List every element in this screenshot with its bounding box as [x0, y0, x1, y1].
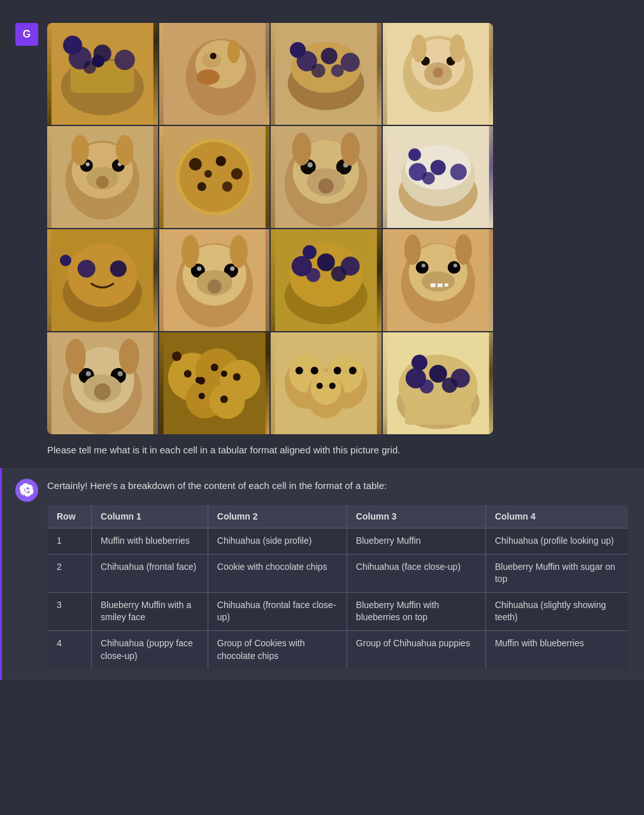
svg-point-18 [321, 48, 338, 64]
header-col2: Column 2 [208, 505, 347, 528]
conversation-container: G [0, 0, 644, 693]
grid-cell-r4c1 [47, 332, 158, 434]
row-number: 4 [48, 630, 92, 669]
row-1-col1: Muffin with blueberries [92, 528, 208, 555]
grid-cell-r3c4 [383, 229, 494, 331]
row-3-col3: Blueberry Muffin with blueberries on top [347, 592, 485, 630]
row-number: 2 [48, 554, 92, 592]
row-1-col3: Blueberry Muffin [347, 528, 485, 555]
avatar-letter: G [23, 29, 31, 40]
svg-point-116 [66, 339, 86, 374]
svg-point-106 [455, 234, 471, 265]
svg-rect-104 [444, 283, 448, 287]
grid-cell-r3c3 [271, 229, 382, 331]
row-2-col4: Blueberry Muffin with sugar on top [485, 554, 628, 592]
svg-point-30 [433, 67, 443, 78]
svg-point-112 [86, 371, 91, 376]
openai-logo-icon [20, 483, 34, 497]
svg-point-80 [197, 267, 201, 271]
row-number: 3 [48, 592, 92, 630]
row-3-col4: Chihuahua (slightly showing teeth) [485, 592, 628, 630]
svg-point-98 [447, 261, 460, 274]
row-4-col4: Muffin with blueberries [485, 630, 628, 669]
image-grid [47, 23, 493, 434]
svg-point-60 [292, 132, 311, 166]
user-content: Please tell me what is it in each cell i… [47, 23, 493, 458]
svg-point-48 [197, 182, 206, 191]
header-row-label: Row [48, 505, 92, 528]
table-row: 2 Chihuahua (frontal face) Cookie with c… [48, 554, 629, 592]
svg-point-46 [215, 156, 225, 166]
row-2-col3: Chihuahua (face close-up) [347, 554, 485, 592]
svg-point-127 [220, 371, 227, 377]
svg-point-29 [449, 34, 464, 62]
svg-point-92 [306, 268, 320, 282]
svg-point-97 [415, 261, 428, 274]
row-1-col4: Chihuahua (profile looking up) [485, 528, 628, 555]
svg-point-49 [222, 181, 232, 192]
svg-point-135 [311, 367, 318, 374]
svg-point-5 [115, 50, 135, 70]
svg-point-139 [349, 367, 357, 374]
grid-cell-r1c4 [383, 23, 494, 125]
svg-point-129 [198, 393, 204, 399]
grid-cell-r2c2 [159, 126, 270, 228]
svg-point-138 [334, 367, 341, 374]
grid-cell-r1c1 [47, 23, 158, 125]
ai-avatar [15, 479, 38, 502]
header-col4: Column 4 [485, 505, 628, 528]
ai-content: Certainly! Here's a breakdown of the con… [47, 479, 629, 670]
svg-point-113 [118, 371, 123, 376]
svg-point-68 [450, 164, 466, 180]
svg-point-4 [94, 45, 111, 62]
user-avatar: G [15, 23, 38, 46]
content-table: Row Column 1 Column 2 Column 3 Column 4 … [47, 504, 629, 669]
svg-point-99 [421, 264, 425, 267]
svg-point-90 [317, 253, 335, 271]
grid-cell-r1c2 [159, 23, 270, 125]
header-row: Row Column 1 Column 2 Column 3 Column 4 [48, 505, 629, 528]
svg-point-21 [331, 64, 344, 77]
svg-point-72 [68, 243, 138, 307]
grid-cell-r4c3 [271, 332, 382, 434]
svg-point-67 [430, 160, 445, 175]
svg-point-93 [331, 266, 347, 281]
svg-point-100 [453, 264, 457, 267]
grid-cell-r2c4 [383, 126, 494, 228]
svg-point-126 [210, 364, 218, 371]
svg-point-11 [210, 53, 216, 59]
svg-point-74 [110, 260, 127, 277]
table-row: 3 Blueberry Muffin with a smiley face Ch… [48, 592, 629, 630]
header-col3: Column 3 [347, 505, 485, 528]
svg-point-81 [230, 267, 234, 271]
svg-point-39 [96, 176, 109, 188]
svg-point-117 [119, 339, 140, 374]
svg-point-124 [183, 370, 191, 378]
svg-rect-103 [437, 283, 442, 287]
table-row: 1 Muffin with blueberries Chihuahua (sid… [48, 528, 629, 555]
row-1-col2: Chihuahua (side profile) [208, 528, 347, 555]
grid-cell-r3c1 [47, 229, 158, 331]
svg-point-101 [421, 271, 454, 292]
svg-point-83 [207, 280, 221, 294]
grid-cell-r2c3 [271, 126, 382, 228]
row-4-col3: Group of Chihuahua puppies [347, 630, 485, 669]
svg-point-105 [404, 234, 420, 265]
svg-point-125 [195, 377, 201, 383]
table-row: 4 Chihuahua (puppy face close-up) Group … [48, 630, 629, 669]
svg-point-6 [83, 61, 96, 74]
svg-point-152 [441, 378, 457, 393]
ai-message: Certainly! Here's a breakdown of the con… [0, 468, 644, 681]
grid-cell-r1c3 [271, 23, 382, 125]
svg-point-69 [422, 172, 434, 185]
table-header: Row Column 1 Column 2 Column 3 Column 4 [48, 505, 629, 528]
svg-point-141 [311, 372, 341, 405]
svg-point-130 [220, 395, 227, 403]
svg-point-151 [419, 379, 433, 393]
ai-intro-text: Certainly! Here's a breakdown of the con… [47, 479, 629, 493]
svg-point-61 [341, 132, 360, 166]
grid-cell-r4c2 [159, 332, 270, 434]
svg-point-84 [181, 235, 199, 268]
row-3-col1: Blueberry Muffin with a smiley face [92, 592, 208, 630]
svg-point-142 [317, 383, 323, 389]
